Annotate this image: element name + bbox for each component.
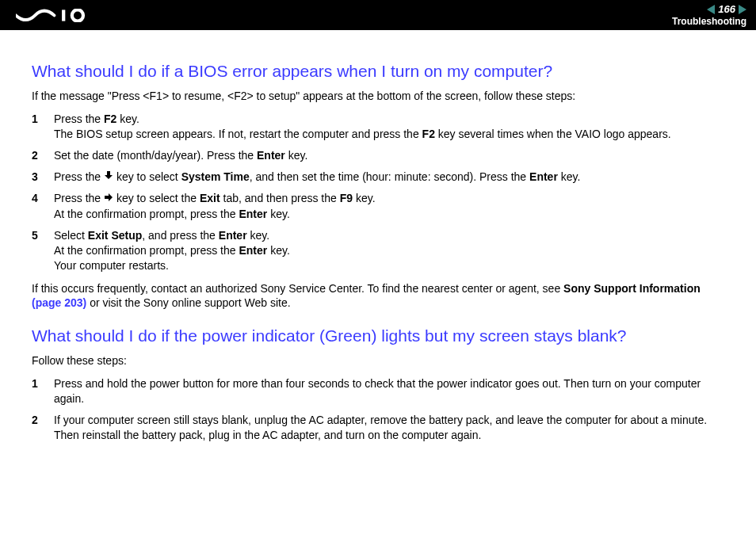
text: At the confirmation prompt, press the: [54, 208, 239, 220]
text-bold: Enter: [529, 170, 558, 183]
text: Set the date (month/day/year). Press the: [54, 149, 257, 162]
page-navigation: 166: [707, 3, 746, 15]
text: , and press the: [142, 229, 219, 242]
text: , and then set the time (hour: minute: s…: [250, 170, 529, 183]
svg-point-1: [72, 10, 83, 21]
svg-rect-0: [62, 10, 65, 21]
step-1: Press and hold the power button for more…: [32, 376, 724, 406]
text: or visit the Sony online support Web sit…: [86, 296, 290, 309]
text: key to select: [113, 170, 181, 183]
section1-intro: If the message "Press <F1> to resume, <F…: [32, 89, 724, 104]
text: Your computer restarts.: [54, 259, 169, 272]
text: Select: [54, 229, 88, 242]
text: key.: [353, 192, 376, 204]
step-2: Set the date (month/day/year). Press the…: [32, 148, 724, 163]
text: Press the: [54, 170, 104, 183]
text-bold: F2: [104, 113, 116, 125]
text-bold: Exit: [200, 192, 220, 204]
text-bold: F9: [340, 192, 353, 204]
text: tab, and then press the: [220, 192, 340, 204]
text: If this occurs frequently, contact an au…: [32, 282, 563, 295]
section2-steps: Press and hold the power button for more…: [32, 376, 724, 443]
section1-heading: What should I do if a BIOS error appears…: [32, 62, 724, 81]
text: The BIOS setup screen appears. If not, r…: [54, 128, 422, 140]
text: Press the: [54, 113, 104, 125]
text: key.: [558, 170, 581, 183]
text: key several times when the VAIO logo app…: [435, 128, 671, 140]
section2-intro: Follow these steps:: [32, 353, 724, 368]
text-bold: Enter: [257, 149, 285, 162]
page-content: What should I do if a BIOS error appears…: [0, 30, 756, 443]
header-bar: 166 Troubleshooting: [0, 0, 756, 30]
text: key.: [267, 208, 290, 220]
right-arrow-icon: [104, 191, 113, 206]
step-5: Select Exit Setup, and press the Enter k…: [32, 228, 724, 273]
step-4: Press the key to select the Exit tab, an…: [32, 191, 724, 222]
nav-next-icon[interactable]: [739, 5, 746, 14]
text-bold: System Time: [181, 170, 250, 183]
section2-heading: What should I do if the power indicator …: [32, 326, 724, 345]
step-1: Press the F2 key. The BIOS setup screen …: [32, 112, 724, 142]
text: Press the: [54, 192, 104, 204]
step-3: Press the key to select System Time, and…: [32, 170, 724, 185]
section2: What should I do if the power indicator …: [32, 326, 724, 442]
section1-outro: If this occurs frequently, contact an au…: [32, 281, 724, 311]
text-bold: Sony Support Information: [563, 282, 701, 295]
text: key.: [285, 149, 308, 162]
text-bold: Enter: [239, 208, 267, 220]
text: At the confirmation prompt, press the: [54, 244, 239, 257]
section1-steps: Press the F2 key. The BIOS setup screen …: [32, 112, 724, 273]
header-right: 166 Troubleshooting: [672, 3, 746, 27]
text: key to select the: [113, 192, 200, 204]
down-arrow-icon: [104, 169, 113, 184]
section-label: Troubleshooting: [672, 16, 746, 27]
page-number: 166: [718, 3, 735, 15]
text-bold: Enter: [219, 229, 247, 242]
step-2: If your computer screen still stays blan…: [32, 413, 724, 443]
text-bold: F2: [422, 128, 435, 140]
text: key.: [247, 229, 270, 242]
text-bold: Enter: [239, 244, 267, 257]
nav-prev-icon[interactable]: [707, 5, 715, 14]
text-bold: Exit Setup: [88, 229, 142, 242]
text: key.: [267, 244, 290, 257]
vaio-logo: [16, 0, 94, 30]
text: key.: [116, 113, 139, 125]
page-link[interactable]: (page 203): [32, 296, 86, 309]
